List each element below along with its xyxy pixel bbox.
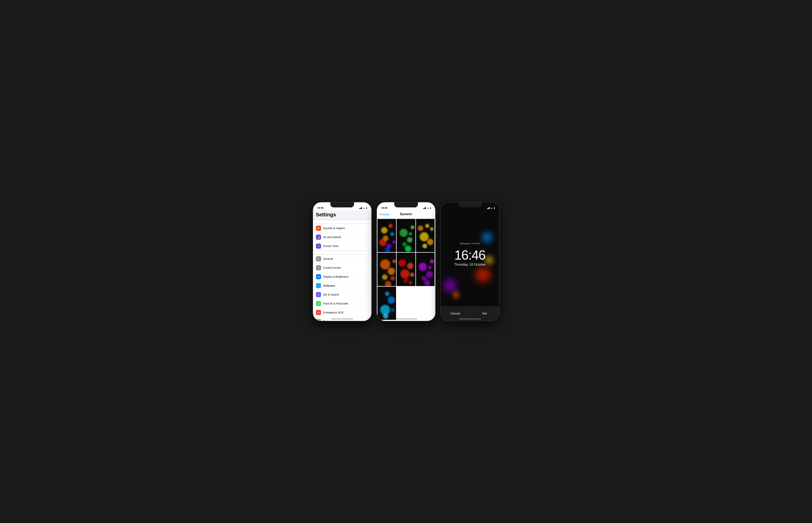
home-indicator-2: [395, 319, 417, 320]
home-indicator: [331, 319, 353, 320]
home-indicator-3: [459, 319, 481, 320]
bokeh-2: [396, 219, 416, 252]
sounds-icon: 🔔: [316, 226, 321, 231]
controlcenter-icon: ⚙: [316, 265, 321, 270]
wallpaper-thumb-2[interactable]: [396, 219, 416, 252]
wallpaper-thumb-7[interactable]: [377, 287, 396, 320]
preview-label: Wallpaper Preview: [460, 242, 480, 245]
chevron-icon: ›: [368, 293, 368, 296]
notch: [394, 202, 418, 208]
settings-item-display[interactable]: AA Display & Brightness ›: [313, 272, 371, 281]
display-icon: AA: [316, 274, 321, 279]
battery-icon: ▮: [366, 207, 367, 209]
status-icons-2: ▲ ▮: [423, 207, 431, 209]
settings-header: Settings: [313, 210, 371, 220]
settings-title: Settings: [316, 212, 369, 218]
chevron-icon: ›: [368, 245, 368, 247]
bokeh-1: [377, 219, 396, 252]
chevron-icon: ›: [368, 227, 368, 230]
general-icon: ⚙: [316, 256, 321, 262]
chevron-icon: ›: [368, 284, 368, 287]
wallpaper-thumb-3[interactable]: [416, 219, 435, 252]
status-time-2: 16:46: [381, 206, 387, 209]
chevron-icon: ›: [368, 302, 368, 305]
back-label: Choose: [380, 213, 389, 216]
settings-item-screentime[interactable]: ⏱ Screen Time ›: [313, 242, 371, 251]
general-label: General: [323, 257, 368, 260]
screentime-icon: ⏱: [316, 244, 321, 249]
preview-screen: ▲ ▮ Wallpaper Preview 16:46 Thursday, 18…: [441, 202, 499, 321]
screentime-label: Screen Time: [323, 245, 368, 248]
signal-icon: [359, 207, 362, 209]
settings-item-siri[interactable]: ✦ Siri & Search ›: [313, 290, 371, 299]
wallpaper-thumb-4[interactable]: [377, 253, 396, 286]
status-icons: ▲ ▮: [359, 207, 367, 209]
status-time: 16:46: [317, 206, 323, 209]
wallpaper-title: Dynamic: [400, 213, 412, 216]
faceid-icon: ◻: [316, 301, 321, 306]
chevron-icon: ›: [368, 257, 368, 260]
bokeh-3: [416, 219, 435, 252]
wallpaper-thumb-5[interactable]: [396, 253, 416, 286]
chevron-icon: ›: [368, 266, 368, 269]
settings-item-sos[interactable]: SOS Emergency SOS ›: [313, 308, 371, 317]
phone-preview: ▲ ▮ Wallpaper Preview 16:46 Thursday, 18…: [441, 202, 499, 321]
sounds-label: Sounds & Haptics: [323, 227, 368, 230]
signal-icon-2: [423, 207, 426, 209]
controlcenter-label: Control Center: [323, 266, 368, 269]
settings-item-wallpaper[interactable]: 🌐 Wallpaper ›: [313, 281, 371, 290]
settings-item-dnd[interactable]: 🌙 Do Not Disturb ›: [313, 233, 371, 242]
wallpaper-icon: 🌐: [316, 283, 321, 288]
settings-item-sounds[interactable]: 🔔 Sounds & Haptics ›: [313, 224, 371, 233]
display-label: Display & Brightness: [323, 275, 368, 278]
battery-icon: 🔋: [316, 319, 321, 321]
chevron-icon: ›: [368, 275, 368, 278]
bokeh-7: [377, 287, 396, 320]
wifi-icon: ▲: [363, 207, 365, 209]
sos-icon: SOS: [316, 310, 321, 315]
wallpaper-thumb-1[interactable]: [377, 219, 396, 252]
wifi-icon-2: ▲: [427, 207, 429, 209]
settings-item-general[interactable]: ⚙ General ›: [313, 254, 371, 264]
dnd-icon: 🌙: [316, 235, 321, 240]
dnd-label: Do Not Disturb: [323, 235, 368, 239]
notch-3: [458, 202, 482, 208]
siri-icon: ✦: [316, 292, 321, 297]
wallpaper-nav: ‹ Choose Dynamic: [377, 210, 435, 218]
bokeh-4: [377, 253, 396, 286]
chevron-icon: ›: [368, 311, 368, 314]
wallpaper-label: Wallpaper: [323, 284, 368, 287]
phone-wallpaper: 16:46 ▲ ▮ ‹ Choose Dynamic: [377, 202, 435, 321]
preview-content: Wallpaper Preview 16:46 Thursday, 18 Oct…: [441, 202, 499, 306]
settings-item-controlcenter[interactable]: ⚙ Control Center ›: [313, 264, 371, 272]
settings-group-2: ⚙ General › ⚙ Control Center › AA Displa…: [313, 254, 371, 321]
back-button[interactable]: ‹ Choose: [379, 213, 389, 216]
wallpaper-grid: [377, 218, 435, 321]
siri-label: Siri & Search: [323, 293, 368, 296]
settings-scroll[interactable]: Settings 🔔 Sounds & Haptics › 🌙 Do Not D…: [313, 210, 371, 321]
bokeh-6: [416, 253, 435, 286]
battery-label: Battery: [323, 320, 368, 321]
phone-settings: 16:46 ▲ ▮ Settings 🔔 Soun: [313, 202, 371, 321]
wallpaper-thumb-6[interactable]: [416, 253, 435, 286]
wallpaper-screen: 16:46 ▲ ▮ ‹ Choose Dynamic: [377, 202, 435, 321]
faceid-label: Face ID & Passcode: [323, 302, 368, 305]
battery-icon-2: ▮: [430, 207, 431, 209]
bokeh-5: [396, 253, 416, 286]
chevron-icon: ›: [368, 320, 368, 321]
preview-time: 16:46: [454, 249, 485, 262]
settings-item-faceid[interactable]: ◻ Face ID & Passcode ›: [313, 299, 371, 308]
notch: [330, 202, 354, 208]
settings-group-1: 🔔 Sounds & Haptics › 🌙 Do Not Disturb › …: [313, 224, 371, 251]
sos-label: Emergency SOS: [323, 311, 368, 314]
chevron-icon: ›: [368, 236, 368, 238]
settings-screen: 16:46 ▲ ▮ Settings 🔔 Soun: [313, 202, 371, 321]
preview-date: Thursday, 18 October: [454, 263, 486, 267]
